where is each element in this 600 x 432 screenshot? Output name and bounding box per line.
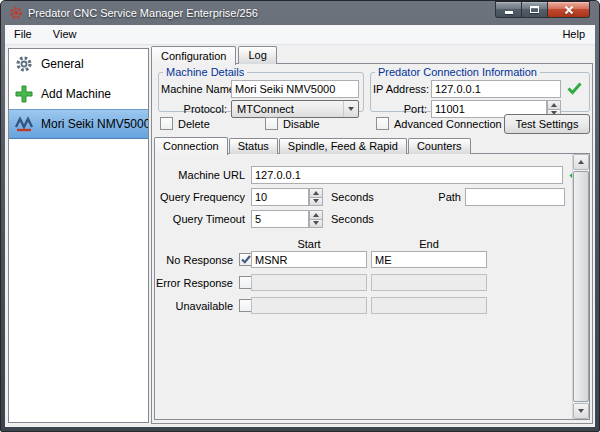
error-response-end-input bbox=[371, 274, 487, 291]
query-frequency-stepper bbox=[251, 188, 323, 206]
connection-tabpage: Machine URL Query Frequency Seconds Path… bbox=[154, 153, 590, 420]
port-label: Port: bbox=[373, 103, 427, 115]
menu-help[interactable]: Help bbox=[554, 28, 593, 40]
check-icon bbox=[241, 255, 251, 264]
machine-details-group: Machine Details Machine Name: Protocol: … bbox=[158, 66, 364, 112]
tab-configuration[interactable]: Configuration bbox=[151, 46, 236, 65]
unavailable-start-input bbox=[251, 297, 367, 314]
tab-spindle-feed-rapid[interactable]: Spindle, Feed & Rapid bbox=[279, 138, 407, 154]
machine-url-label: Machine URL bbox=[155, 169, 245, 181]
menu-view[interactable]: View bbox=[44, 25, 86, 45]
advanced-connection-checkbox-row[interactable]: Advanced Connection bbox=[376, 117, 502, 130]
vertical-scrollbar[interactable] bbox=[572, 154, 589, 419]
disable-checkbox-row[interactable]: Disable bbox=[265, 117, 320, 130]
query-frequency-spin-buttons bbox=[309, 188, 323, 206]
machine-details-legend: Machine Details bbox=[163, 66, 247, 78]
sidebar-item-mori-seiki[interactable]: Mori Seiki NMV5000 bbox=[9, 109, 148, 139]
inner-tabstrip: Connection Status Spindle, Feed & Rapid … bbox=[154, 136, 472, 154]
scroll-down-button[interactable] bbox=[573, 403, 589, 419]
app-icon bbox=[9, 6, 23, 20]
sidebar-item-general[interactable]: General bbox=[9, 49, 148, 79]
app-window: Predator CNC Service Manager Enterprise/… bbox=[0, 0, 600, 432]
query-frequency-label: Query Frequency bbox=[155, 191, 245, 203]
sidebar-item-label: Add Machine bbox=[41, 87, 111, 101]
connection-info-group: Predator Connection Information IP Addre… bbox=[370, 66, 590, 112]
triangle-up-icon bbox=[313, 191, 319, 195]
window-title: Predator CNC Service Manager Enterprise/… bbox=[28, 7, 258, 19]
add-plus-icon bbox=[13, 83, 35, 105]
connection-info-legend: Predator Connection Information bbox=[375, 66, 540, 78]
tab-counters[interactable]: Counters bbox=[408, 138, 471, 154]
triangle-up-icon bbox=[578, 160, 584, 164]
menubar: File View Help bbox=[5, 25, 595, 45]
tab-connection[interactable]: Connection bbox=[154, 137, 228, 155]
query-timeout-spin-buttons bbox=[309, 210, 323, 228]
maximize-button[interactable] bbox=[521, 1, 548, 18]
machine-url-input[interactable] bbox=[251, 166, 563, 184]
protocol-selected-value: MTConnect bbox=[232, 103, 343, 115]
triangle-down-icon bbox=[578, 409, 584, 413]
protocol-label: Protocol: bbox=[161, 103, 227, 115]
delete-label: Delete bbox=[178, 118, 210, 130]
titlebar[interactable]: Predator CNC Service Manager Enterprise/… bbox=[1, 1, 599, 25]
unavailable-end-input bbox=[371, 297, 487, 314]
configuration-tabpage: Machine Details Machine Name: Protocol: … bbox=[151, 63, 593, 424]
scrollbar-thumb[interactable] bbox=[573, 171, 589, 402]
protocol-dropdown[interactable]: MTConnect bbox=[231, 100, 359, 118]
minimize-button[interactable] bbox=[495, 1, 522, 18]
query-frequency-input[interactable] bbox=[251, 188, 309, 206]
triangle-down-icon bbox=[313, 221, 319, 225]
ip-valid-check-icon bbox=[567, 82, 582, 95]
menu-file[interactable]: File bbox=[5, 25, 41, 45]
delete-checkbox-row[interactable]: Delete bbox=[160, 117, 210, 130]
path-label: Path bbox=[431, 191, 461, 203]
delete-checkbox[interactable] bbox=[160, 117, 173, 130]
triangle-up-icon bbox=[551, 103, 557, 107]
minimize-icon bbox=[505, 11, 513, 14]
maximize-icon bbox=[530, 6, 539, 13]
main-tabstrip: Configuration Log bbox=[151, 45, 279, 64]
tab-log[interactable]: Log bbox=[238, 46, 276, 64]
error-response-label: Error Response bbox=[155, 277, 233, 289]
sidebar-item-label: Mori Seiki NMV5000 bbox=[41, 117, 149, 131]
error-response-start-input bbox=[251, 274, 367, 291]
tab-status[interactable]: Status bbox=[229, 138, 278, 154]
spin-down-button[interactable] bbox=[309, 219, 323, 229]
spin-down-button[interactable] bbox=[309, 197, 323, 207]
no-response-label: No Response bbox=[155, 254, 233, 266]
end-column-header: End bbox=[371, 238, 487, 250]
disable-checkbox[interactable] bbox=[265, 117, 278, 130]
no-response-end-input[interactable] bbox=[371, 251, 487, 268]
disable-label: Disable bbox=[283, 118, 320, 130]
sidebar-item-label: General bbox=[41, 57, 84, 71]
triangle-up-icon bbox=[313, 213, 319, 217]
window-controls bbox=[496, 1, 590, 18]
machine-name-input[interactable] bbox=[231, 80, 359, 98]
sidebar-item-add-machine[interactable]: Add Machine bbox=[9, 79, 148, 109]
advanced-connection-label: Advanced Connection bbox=[394, 118, 502, 130]
triangle-down-icon bbox=[313, 199, 319, 203]
content-area: General Add Machine Mori Seiki NMV500 bbox=[5, 45, 595, 427]
query-timeout-input[interactable] bbox=[251, 210, 309, 228]
seconds-label: Seconds bbox=[331, 213, 374, 225]
machine-name-label: Machine Name: bbox=[161, 83, 227, 95]
gear-icon bbox=[13, 53, 35, 75]
ip-address-input[interactable] bbox=[431, 80, 561, 98]
test-settings-button[interactable]: Test Settings bbox=[504, 114, 590, 134]
chevron-down-icon bbox=[343, 101, 358, 117]
machine-icon bbox=[13, 113, 35, 135]
query-timeout-stepper bbox=[251, 210, 323, 228]
path-input[interactable] bbox=[465, 188, 565, 206]
close-button[interactable] bbox=[547, 1, 590, 18]
advanced-connection-checkbox[interactable] bbox=[376, 117, 389, 130]
machine-list-sidebar: General Add Machine Mori Seiki NMV500 bbox=[8, 48, 149, 423]
scroll-up-button[interactable] bbox=[573, 154, 589, 170]
query-timeout-label: Query Timeout bbox=[155, 213, 245, 225]
ip-address-label: IP Address: bbox=[373, 83, 427, 95]
no-response-start-input[interactable] bbox=[251, 251, 367, 268]
seconds-label: Seconds bbox=[331, 191, 374, 203]
start-column-header: Start bbox=[251, 238, 367, 250]
close-icon bbox=[564, 5, 574, 15]
unavailable-label: Unavailable bbox=[155, 300, 233, 312]
